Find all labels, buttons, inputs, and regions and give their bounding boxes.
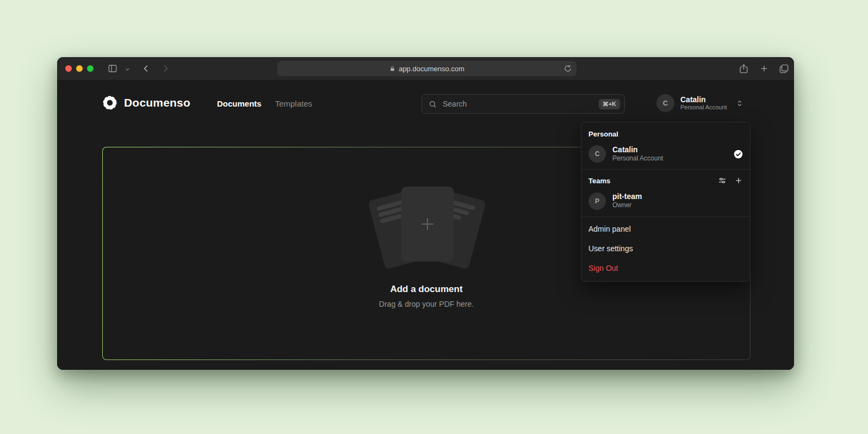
documents-stack-illustration <box>373 179 481 286</box>
new-tab-icon[interactable] <box>759 63 770 74</box>
browser-titlebar: app.documenso.com <box>57 57 794 80</box>
dropzone-title: Add a document <box>103 284 750 295</box>
account-name: Catalin <box>680 95 727 104</box>
back-icon[interactable] <box>141 64 151 73</box>
team-name: pit-team <box>612 192 743 201</box>
main-nav: Documents Templates <box>217 99 312 108</box>
minimize-window-button[interactable] <box>76 65 83 72</box>
browser-window: app.documenso.com <box>57 57 794 370</box>
team-text: pit-team Owner <box>612 192 743 209</box>
search-bar[interactable]: ⌘+K <box>421 94 625 114</box>
brand-name: Documenso <box>124 96 190 109</box>
menu-divider <box>581 169 750 170</box>
manage-teams-icon[interactable] <box>718 176 727 185</box>
team-item[interactable]: P pit-team Owner <box>581 189 750 215</box>
personal-account-text: Catalin Personal Account <box>612 145 734 163</box>
nav-templates[interactable]: Templates <box>275 99 312 108</box>
selected-check-icon <box>734 150 743 159</box>
avatar: C <box>588 145 606 163</box>
documenso-logo-icon <box>102 95 118 111</box>
address-url: app.documenso.com <box>399 65 464 73</box>
avatar: P <box>588 193 606 210</box>
zoom-window-button[interactable] <box>87 65 94 72</box>
app-content: Documenso Documents Templates ⌘+K C Cata… <box>57 80 794 370</box>
tab-overview-icon[interactable] <box>778 63 789 74</box>
menu-item-admin-panel[interactable]: Admin panel <box>581 219 750 239</box>
menu-item-sign-out[interactable]: Sign Out <box>581 258 750 278</box>
teams-section-label: Teams <box>581 172 750 189</box>
forward-icon[interactable] <box>160 64 170 73</box>
dropzone-subtitle: Drag & drop your PDF here. <box>103 300 750 308</box>
lock-icon <box>389 66 395 72</box>
close-window-button[interactable] <box>65 65 72 72</box>
personal-section-label: Personal <box>581 126 750 142</box>
add-team-icon[interactable] <box>734 176 743 185</box>
chevron-up-down-icon <box>736 100 743 107</box>
avatar: C <box>656 94 674 112</box>
search-icon <box>429 100 437 108</box>
chevron-down-icon[interactable] <box>125 66 131 72</box>
account-type: Personal Account <box>680 104 727 111</box>
sidebar-toggle-icon[interactable] <box>107 64 118 73</box>
account-menu-trigger[interactable]: C Catalin Personal Account <box>656 94 743 112</box>
address-bar[interactable]: app.documenso.com <box>277 61 576 76</box>
teams-label-text: Teams <box>588 177 610 185</box>
personal-account-item[interactable]: C Catalin Personal Account <box>581 142 750 168</box>
add-document-plus-icon <box>419 215 436 233</box>
brand-logo[interactable]: Documenso <box>102 95 190 111</box>
nav-documents[interactable]: Documents <box>217 99 262 108</box>
menu-item-user-settings[interactable]: User settings <box>581 239 750 258</box>
document-card-center <box>401 187 454 262</box>
account-dropdown-menu: Personal C Catalin Personal Account Team… <box>581 122 751 282</box>
team-role: Owner <box>612 201 743 210</box>
account-text: Catalin Personal Account <box>680 95 727 111</box>
share-icon[interactable] <box>738 63 749 74</box>
search-input[interactable] <box>442 99 594 109</box>
search-shortcut-badge: ⌘+K <box>599 99 620 109</box>
personal-account-type: Personal Account <box>612 154 734 163</box>
personal-account-name: Catalin <box>612 145 734 154</box>
refresh-icon[interactable] <box>563 64 572 73</box>
menu-divider <box>581 216 750 217</box>
